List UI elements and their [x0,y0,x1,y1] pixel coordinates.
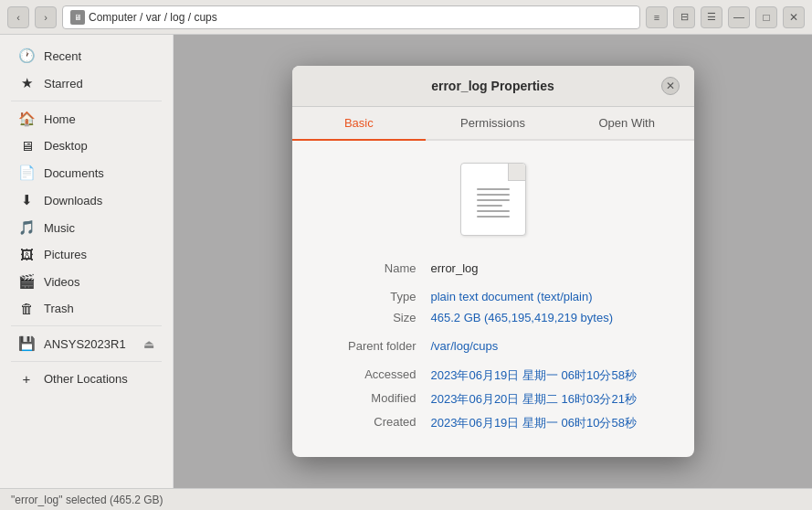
created-label: Created [322,415,431,429]
drive-icon: 💾 [18,335,35,352]
size-label: Size [322,311,431,324]
recent-icon: 🕐 [18,48,35,64]
sidebar-item-starred[interactable]: ★ Starred [4,69,169,97]
dialog-title: error_log Properties [325,79,661,93]
starred-icon: ★ [18,75,35,91]
dialog-tabs: Basic Permissions Open With [292,107,694,141]
tab-open-with[interactable]: Open With [560,107,694,141]
spacer-1 [322,279,665,286]
home-icon: 🏠 [18,111,35,127]
sidebar-label-home: Home [44,112,76,126]
sidebar-item-documents[interactable]: 📄 Documents [4,159,169,186]
size-value: 465.2 GB (465,195,419,219 bytes) [431,311,665,324]
name-label: Name [322,261,431,275]
dialog-header: error_log Properties ✕ [292,66,694,107]
split-icon[interactable]: ⊟ [673,6,695,28]
sidebar-divider-2 [11,325,162,326]
spacer-3 [322,356,665,364]
back-button[interactable]: ‹ [7,6,29,28]
tab-basic[interactable]: Basic [292,107,427,141]
sidebar-divider-1 [11,101,162,101]
menu-icon[interactable]: ≡ [646,6,668,28]
other-locations-icon: + [18,371,35,387]
properties-dialog: error_log Properties ✕ Basic Permissions… [292,66,694,457]
sidebar-label-videos: Videos [44,275,80,289]
name-value: error_log [431,261,665,275]
spacer-2 [322,328,665,335]
file-line-1 [477,188,510,190]
forward-button[interactable]: › [35,6,57,28]
modified-value: 2023年06月20日 星期二 16时03分21秒 [431,391,665,408]
videos-icon: 🎬 [18,273,35,290]
path-bar[interactable]: 🖥 Computer / var / log / cups [62,5,640,29]
maximize-button[interactable]: □ [755,6,777,28]
file-line-2 [477,194,510,196]
file-lines [477,188,510,218]
type-value: plain text document (text/plain) [431,290,665,303]
sidebar-item-trash[interactable]: 🗑 Trash [4,295,169,322]
prop-row-created: Created 2023年06月19日 星期一 06时10分58秒 [322,411,665,435]
sidebar-item-drive[interactable]: 💾 ANSYS2023R1 ⏏ [4,330,169,357]
dialog-close-button[interactable]: ✕ [661,77,680,95]
prop-row-type: Type plain text document (text/plain) [322,286,665,307]
eject-button[interactable]: ⏏ [143,337,154,351]
modified-label: Modified [322,391,431,405]
sidebar-label-music: Music [44,221,75,235]
file-line-5 [477,210,510,212]
dialog-body: Name error_log Type plain text document … [292,141,694,457]
window-close-button[interactable]: ✕ [783,6,805,28]
sidebar-item-desktop[interactable]: 🖥 Desktop [4,133,169,159]
file-line-3 [477,199,510,201]
sidebar-item-home[interactable]: 🏠 Home [4,105,169,133]
parent-folder-value[interactable]: /var/log/cups [431,339,665,353]
path-text: Computer / var / log / cups [89,11,217,24]
prop-row-size: Size 465.2 GB (465,195,419,219 bytes) [322,307,665,328]
parent-folder-label: Parent folder [322,339,431,353]
file-manager: ‹ › 🖥 Computer / var / log / cups ≡ ⊟ ☰ … [0,0,812,510]
properties-table: Name error_log Type plain text document … [322,258,665,435]
sidebar-label-recent: Recent [44,49,81,63]
type-label: Type [322,290,431,303]
minimize-button[interactable]: — [728,6,750,28]
sidebar-divider-3 [11,361,162,362]
prop-row-name: Name error_log [322,258,665,279]
sidebar-item-other-locations[interactable]: + Other Locations [4,366,169,392]
documents-icon: 📄 [18,165,35,181]
sidebar-label-downloads: Downloads [44,194,102,207]
desktop-icon: 🖥 [18,138,35,154]
main-content: 🕐 Recent ★ Starred 🏠 Home 🖥 Desktop 📄 Do… [0,35,812,488]
trash-icon: 🗑 [18,301,35,316]
status-text: "error_log" selected (465.2 GB) [11,494,163,506]
more-options-icon[interactable]: ☰ [701,6,722,28]
sidebar-item-videos[interactable]: 🎬 Videos [4,268,169,295]
sidebar-item-music[interactable]: 🎵 Music [4,214,169,241]
sidebar-label-other-locations: Other Locations [44,372,128,386]
accessed-value: 2023年06月19日 星期一 06时10分58秒 [431,367,665,384]
sidebar-item-recent[interactable]: 🕐 Recent [4,42,169,69]
sidebar-label-pictures: Pictures [44,248,87,261]
prop-row-modified: Modified 2023年06月20日 星期二 16时03分21秒 [322,388,665,411]
created-value: 2023年06月19日 星期一 06时10分58秒 [431,415,665,431]
file-view: error_log Properties ✕ Basic Permissions… [174,35,812,488]
sidebar-item-downloads[interactable]: ⬇ Downloads [4,186,169,214]
sidebar-label-trash: Trash [44,302,74,315]
file-icon-container [322,163,665,236]
sidebar-label-desktop: Desktop [44,139,88,153]
status-bar: "error_log" selected (465.2 GB) [0,488,812,510]
sidebar: 🕐 Recent ★ Starred 🏠 Home 🖥 Desktop 📄 Do… [0,35,174,488]
sidebar-label-drive: ANSYS2023R1 [44,337,126,351]
downloads-icon: ⬇ [18,192,35,208]
sidebar-item-pictures[interactable]: 🖼 Pictures [4,241,169,268]
title-bar: ‹ › 🖥 Computer / var / log / cups ≡ ⊟ ☰ … [0,0,812,35]
modal-overlay: error_log Properties ✕ Basic Permissions… [174,35,812,488]
file-line-4 [477,205,502,207]
tab-permissions[interactable]: Permissions [426,107,560,141]
file-line-6 [477,216,510,218]
music-icon: 🎵 [18,219,35,236]
computer-icon: 🖥 [70,10,85,25]
sidebar-label-starred: Starred [44,77,83,90]
accessed-label: Accessed [322,367,431,381]
prop-row-parent-folder: Parent folder /var/log/cups [322,335,665,356]
prop-row-accessed: Accessed 2023年06月19日 星期一 06时10分58秒 [322,364,665,388]
file-icon [460,163,526,236]
